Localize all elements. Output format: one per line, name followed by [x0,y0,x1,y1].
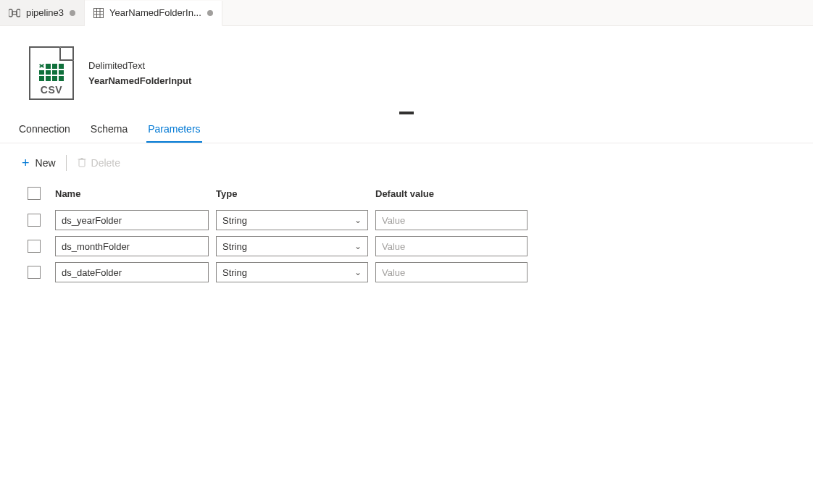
csv-file-icon: CSV [29,46,74,100]
parameter-type-select[interactable]: String ⌄ [216,262,368,282]
parameter-name-input[interactable] [55,210,209,230]
col-header-type: Type [216,188,368,199]
editor-tab-bar: pipeline3 YearNamedFolderIn... [0,0,813,26]
selected-type-label: String [222,215,247,226]
unsaved-indicator-icon [70,10,75,16]
table-row: String ⌄ [28,207,791,233]
plus-icon: + [22,156,30,169]
delete-button-label: Delete [91,157,120,169]
editor-tab-pipeline[interactable]: pipeline3 [0,0,85,25]
svg-rect-8 [79,159,85,167]
select-all-checkbox[interactable] [28,187,41,200]
dataset-kind: DelimitedText [88,60,191,71]
csv-icon-label: CSV [41,84,62,96]
chevron-down-icon: ⌄ [354,215,362,225]
toolbar-separator [66,155,67,171]
dataset-icon [93,8,104,18]
parameter-name-input[interactable] [55,236,209,256]
tab-schema[interactable]: Schema [89,116,129,143]
tab-parameters[interactable]: Parameters [146,116,201,143]
row-checkbox[interactable] [28,266,41,279]
svg-rect-0 [9,9,12,17]
editor-tab-label: YearNamedFolderIn... [109,7,201,18]
dataset-header: CSV DelimitedText YearNamedFolderInput [0,26,813,113]
dataset-name: YearNamedFolderInput [88,75,191,86]
chevron-down-icon: ⌄ [354,241,362,251]
parameter-name-input[interactable] [55,262,209,282]
panel-resize-handle[interactable] [399,112,414,114]
new-button-label: New [36,157,56,169]
parameter-value-input[interactable] [375,236,528,256]
chevron-down-icon: ⌄ [354,267,362,277]
selected-type-label: String [222,267,247,278]
row-checkbox[interactable] [28,240,41,253]
delete-parameter-button[interactable]: Delete [77,157,120,169]
col-header-default: Default value [375,188,528,199]
parameters-grid: Name Type Default value String ⌄ String … [0,177,813,285]
col-header-name: Name [55,188,209,199]
tab-connection[interactable]: Connection [17,116,72,143]
dataset-subtabs: Connection Schema Parameters [0,116,813,143]
parameters-header-row: Name Type Default value [28,187,791,207]
svg-rect-2 [12,12,17,14]
table-row: String ⌄ [28,259,791,285]
selected-type-label: String [222,241,247,252]
parameters-toolbar: + New Delete [0,143,813,177]
table-row: String ⌄ [28,233,791,259]
svg-rect-1 [17,9,20,17]
editor-tab-label: pipeline3 [26,7,64,18]
row-checkbox[interactable] [28,214,41,227]
svg-rect-3 [94,8,104,17]
dataset-meta: DelimitedText YearNamedFolderInput [88,60,191,86]
unsaved-indicator-icon [207,10,213,16]
parameter-type-select[interactable]: String ⌄ [216,210,368,230]
editor-tab-dataset[interactable]: YearNamedFolderIn... [85,1,222,26]
new-parameter-button[interactable]: + New [22,156,56,169]
parameter-value-input[interactable] [375,262,528,282]
pipeline-icon [9,8,20,18]
parameter-value-input[interactable] [375,210,528,230]
parameter-type-select[interactable]: String ⌄ [216,236,368,256]
trash-icon [77,157,87,169]
